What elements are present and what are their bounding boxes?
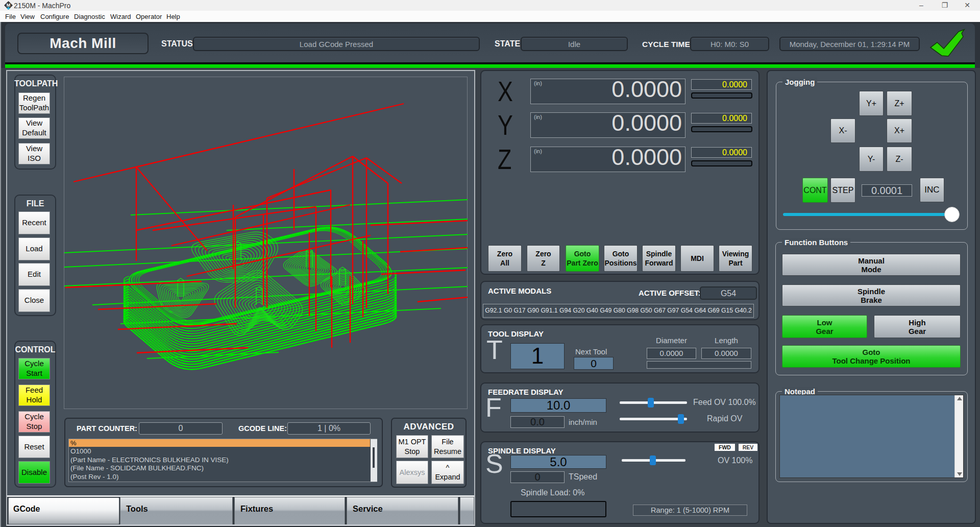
svg-text:M: M [7, 3, 11, 8]
